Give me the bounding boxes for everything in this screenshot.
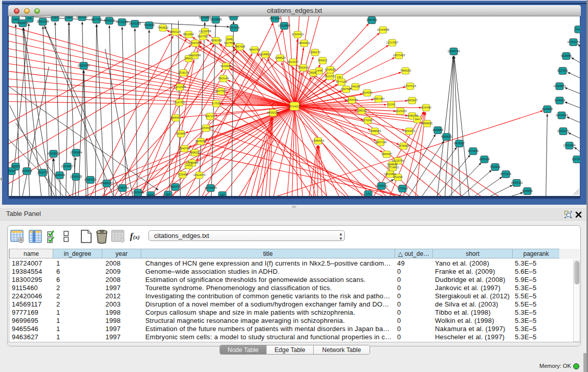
- svg-text:19654923: 19654923: [403, 129, 415, 133]
- svg-text:2342737: 2342737: [37, 171, 48, 174]
- svg-text:6966160: 6966160: [104, 19, 115, 22]
- svg-text:9242848: 9242848: [221, 64, 231, 68]
- svg-text:1640954: 1640954: [432, 128, 443, 132]
- svg-text:1405: 1405: [12, 18, 18, 21]
- svg-text:16495796: 16495796: [406, 114, 418, 117]
- svg-text:15136141: 15136141: [375, 184, 387, 187]
- svg-text:8813054: 8813054: [270, 17, 280, 20]
- svg-text:145: 145: [337, 76, 341, 79]
- svg-text:1448: 1448: [316, 69, 322, 72]
- svg-text:9427552: 9427552: [215, 90, 226, 93]
- svg-text:9657771: 9657771: [170, 185, 181, 188]
- svg-text:16543362: 16543362: [189, 41, 201, 45]
- svg-text:1353594: 1353594: [201, 126, 211, 129]
- svg-text:9938923: 9938923: [441, 135, 452, 138]
- svg-text:1156819: 1156819: [21, 169, 32, 172]
- svg-text:844: 844: [415, 118, 420, 121]
- svg-text:746266: 746266: [351, 85, 360, 88]
- svg-text:11325419: 11325419: [291, 33, 303, 36]
- svg-text:16971355: 16971355: [128, 22, 141, 25]
- svg-text:9474444: 9474444: [468, 149, 478, 152]
- svg-text:12505135: 12505135: [70, 175, 82, 178]
- svg-text:8471676: 8471676: [500, 172, 511, 176]
- svg-text:1244419: 1244419: [554, 99, 565, 102]
- svg-text:16107553: 16107553: [173, 101, 185, 104]
- svg-text:9115460: 9115460: [421, 106, 431, 109]
- svg-text:9327508: 9327508: [224, 41, 235, 45]
- svg-text:20206573: 20206573: [47, 152, 59, 155]
- svg-text:2803144: 2803144: [218, 77, 229, 80]
- svg-text:1733426: 1733426: [397, 187, 408, 190]
- svg-text:12213967: 12213967: [386, 41, 398, 44]
- svg-text:12213389: 12213389: [173, 85, 186, 89]
- svg-text:(x): (x): [133, 234, 140, 240]
- svg-text:3267150: 3267150: [205, 115, 215, 118]
- svg-text:13714802: 13714802: [386, 166, 399, 169]
- svg-text:1063: 1063: [52, 16, 58, 19]
- svg-text:10025433: 10025433: [394, 110, 406, 113]
- svg-text:10719185: 10719185: [116, 20, 128, 24]
- svg-text:7515526: 7515526: [144, 24, 155, 27]
- svg-text:29053346: 29053346: [77, 64, 90, 67]
- svg-text:9227342: 9227342: [557, 69, 568, 72]
- svg-text:8186328: 8186328: [211, 39, 222, 42]
- svg-text:1167533: 1167533: [572, 158, 580, 161]
- svg-text:19756928: 19756928: [397, 144, 409, 147]
- svg-text:6734028: 6734028: [325, 68, 336, 71]
- svg-text:173: 173: [366, 192, 371, 195]
- svg-text:1588520: 1588520: [275, 56, 286, 59]
- svg-text:1403: 1403: [185, 164, 191, 167]
- svg-text:1965493: 1965493: [170, 116, 181, 119]
- svg-text:10973493: 10973493: [393, 54, 405, 57]
- svg-text:10653267: 10653267: [76, 16, 88, 18]
- svg-text:2935114: 2935114: [479, 158, 490, 161]
- svg-text:2046768: 2046768: [179, 147, 190, 150]
- svg-text:435061: 435061: [11, 165, 20, 168]
- svg-text:10807487: 10807487: [372, 97, 384, 100]
- svg-text:20691406: 20691406: [36, 20, 49, 23]
- svg-text:2084: 2084: [66, 16, 72, 19]
- svg-text:10120746: 10120746: [391, 159, 404, 162]
- svg-text:1345194: 1345194: [54, 173, 65, 177]
- svg-text:8878354: 8878354: [195, 140, 206, 143]
- svg-text:19384554: 19384554: [312, 139, 324, 142]
- svg-text:1546: 1546: [226, 37, 232, 40]
- svg-text:1621072: 1621072: [324, 75, 335, 78]
- svg-text:18724007: 18724007: [288, 104, 301, 107]
- svg-text:955812: 955812: [318, 59, 327, 62]
- svg-text:16782759: 16782759: [116, 186, 128, 189]
- svg-text:15716485: 15716485: [204, 186, 216, 189]
- svg-text:17359924: 17359924: [70, 151, 82, 154]
- svg-text:3624554: 3624554: [362, 91, 373, 94]
- svg-text:18640910: 18640910: [298, 41, 310, 45]
- svg-text:8660124: 8660124: [170, 30, 181, 33]
- svg-text:8322037: 8322037: [288, 60, 298, 63]
- svg-text:16914479: 16914479: [193, 173, 205, 177]
- svg-text:1696172: 1696172: [310, 51, 320, 54]
- svg-text:7625402: 7625402: [177, 173, 188, 176]
- svg-text:10654112: 10654112: [510, 181, 522, 184]
- svg-text:7463822: 7463822: [158, 26, 168, 29]
- svg-text:9327503: 9327503: [198, 35, 208, 38]
- svg-text:1527602: 1527602: [91, 18, 102, 21]
- svg-text:1916682: 1916682: [176, 132, 186, 135]
- svg-text:8813054: 8813054: [228, 16, 239, 18]
- svg-text:7357224: 7357224: [229, 26, 239, 29]
- svg-text:8215958: 8215958: [542, 107, 553, 111]
- svg-text:7632621: 7632621: [490, 165, 500, 168]
- svg-text:10688609: 10688609: [368, 129, 381, 133]
- svg-text:16033809: 16033809: [209, 18, 222, 21]
- svg-text:6497568: 6497568: [341, 87, 352, 91]
- svg-text:19218506: 19218506: [278, 24, 290, 27]
- svg-text:10958187: 10958187: [100, 182, 113, 185]
- svg-text:98961: 98961: [185, 57, 192, 60]
- svg-text:205: 205: [27, 17, 32, 20]
- svg-text:18807249: 18807249: [374, 141, 386, 144]
- svg-text:9329966: 9329966: [561, 54, 572, 57]
- svg-text:39154: 39154: [9, 169, 15, 172]
- svg-text:1405571: 1405571: [17, 21, 28, 25]
- svg-text:16154808: 16154808: [377, 28, 389, 31]
- svg-text:16648784: 16648784: [447, 50, 460, 53]
- svg-text:8454749: 8454749: [249, 48, 260, 51]
- svg-text:23975867: 23975867: [61, 165, 73, 168]
